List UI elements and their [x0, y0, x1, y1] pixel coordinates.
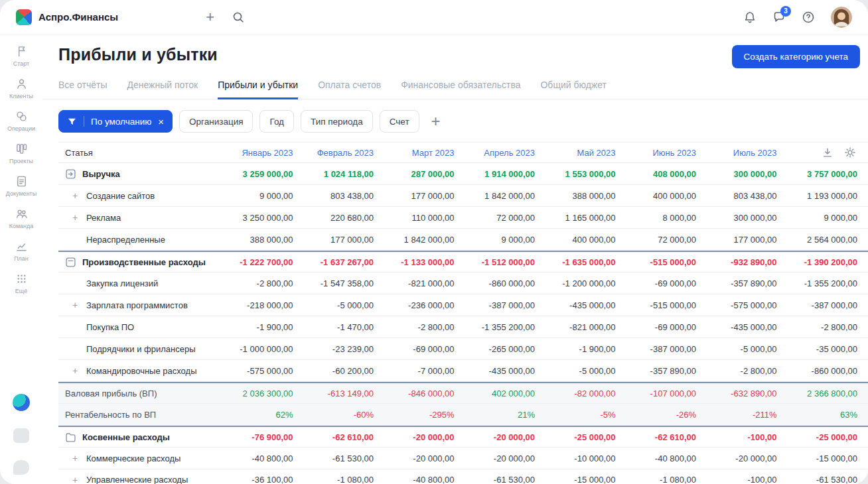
- cell-value[interactable]: -387 000,00: [465, 300, 546, 310]
- cell-value[interactable]: 1 165 000,00: [545, 213, 626, 223]
- expand-plus-icon[interactable]: +: [72, 212, 78, 223]
- cell-value[interactable]: 177 000,00: [304, 235, 385, 245]
- cell-value[interactable]: -62 610,00: [626, 432, 707, 442]
- cell-value[interactable]: 21%: [465, 410, 546, 420]
- cell-value[interactable]: 402 000,00: [465, 389, 546, 398]
- finance-app-icon[interactable]: [13, 394, 30, 411]
- cell-value[interactable]: -265 000,00: [465, 344, 546, 354]
- cell-value[interactable]: 63%: [788, 410, 868, 420]
- cell-value[interactable]: -20 000,00: [707, 454, 788, 463]
- row-label[interactable]: +Создание сайтов: [58, 191, 223, 201]
- filter-preset-chip[interactable]: По умолчанию ×: [58, 110, 173, 133]
- cell-value[interactable]: -107 000,00: [626, 389, 707, 398]
- cell-value[interactable]: -7 000,00: [384, 366, 465, 376]
- cell-value[interactable]: 803 438,00: [304, 191, 385, 201]
- cell-value[interactable]: -515 000,00: [626, 300, 707, 310]
- cell-value[interactable]: 1 914 000,00: [465, 169, 546, 179]
- search-icon[interactable]: [232, 11, 245, 24]
- cell-value[interactable]: -575 000,00: [223, 366, 304, 376]
- row-label[interactable]: Нераспределенные: [58, 235, 223, 245]
- cell-value[interactable]: -61 530,00: [788, 475, 868, 484]
- filter-chip[interactable]: Организация: [179, 110, 253, 133]
- cell-value[interactable]: -60 200,00: [304, 366, 385, 376]
- cell-value[interactable]: 1 024 118,00: [304, 169, 385, 179]
- cell-value[interactable]: -60%: [304, 410, 385, 420]
- cell-value[interactable]: -295%: [384, 410, 465, 420]
- tab-оплата-счетов[interactable]: Оплата счетов: [318, 74, 381, 99]
- cell-value[interactable]: 9 000,00: [223, 191, 304, 201]
- create-category-button[interactable]: Создать категорию учета: [732, 45, 860, 68]
- cell-value[interactable]: -82 000,00: [545, 389, 626, 398]
- cell-value[interactable]: -435 000,00: [545, 300, 626, 310]
- cell-value[interactable]: -15 000,00: [545, 475, 626, 484]
- cell-value[interactable]: -1 635 000,00: [545, 257, 626, 267]
- cell-value[interactable]: 220 680,00: [304, 213, 385, 223]
- column-header-month[interactable]: Май 2023: [545, 148, 626, 158]
- cell-value[interactable]: 1 553 000,00: [545, 169, 626, 179]
- cell-value[interactable]: -1 390 200,00: [788, 257, 868, 267]
- cell-value[interactable]: -821 000,00: [384, 278, 465, 288]
- column-header-month[interactable]: Январь 2023: [223, 148, 304, 158]
- cell-value[interactable]: -1 512 000,00: [465, 257, 546, 267]
- cell-value[interactable]: -69 000,00: [626, 322, 707, 332]
- expand-plus-icon[interactable]: +: [72, 300, 78, 310]
- cell-value[interactable]: -860 000,00: [465, 278, 546, 288]
- sidebar-item-team[interactable]: Команда: [0, 202, 42, 235]
- row-label[interactable]: Рентабельность по ВП: [58, 410, 223, 420]
- cell-value[interactable]: -35 000,00: [788, 344, 868, 354]
- row-label[interactable]: Производственные расходы: [58, 257, 223, 268]
- cell-value[interactable]: -932 890,00: [707, 257, 788, 267]
- cell-value[interactable]: 3 757 000,00: [788, 169, 868, 179]
- row-label[interactable]: +Командировочные расходы: [58, 366, 223, 376]
- cell-value[interactable]: 287 000,00: [384, 169, 465, 179]
- cell-value[interactable]: -2 800,00: [223, 278, 304, 288]
- cell-value[interactable]: -613 149,00: [304, 389, 385, 398]
- cell-value[interactable]: -1 080,00: [626, 475, 707, 484]
- cell-value[interactable]: -1 200 000,00: [545, 278, 626, 288]
- cell-value[interactable]: -61 530,00: [304, 454, 385, 463]
- expand-plus-icon[interactable]: +: [72, 453, 78, 463]
- row-label[interactable]: Закупка лицензий: [58, 278, 223, 288]
- cell-value[interactable]: -61 530,00: [465, 475, 546, 484]
- cell-value[interactable]: 177 000,00: [707, 235, 788, 245]
- cell-value[interactable]: 9 000,00: [788, 213, 868, 223]
- row-label[interactable]: Косвенные расходы: [58, 432, 223, 443]
- cell-value[interactable]: -25 000,00: [545, 432, 626, 442]
- filter-chip[interactable]: Тип периода: [301, 110, 373, 133]
- filter-preset-close-icon[interactable]: ×: [158, 116, 164, 127]
- cell-value[interactable]: -100,00: [707, 432, 788, 442]
- row-label[interactable]: Выручка: [58, 168, 223, 180]
- tab-общий-бюджет[interactable]: Общий бюджет: [540, 74, 606, 99]
- tab-прибыли-и-убытки[interactable]: Прибыли и убытки: [218, 74, 298, 99]
- cell-value[interactable]: -69 000,00: [384, 344, 465, 354]
- column-header-month[interactable]: Июль 2023: [707, 148, 788, 158]
- global-add-icon[interactable]: +: [206, 10, 214, 25]
- cell-value[interactable]: -1 355 200,00: [788, 278, 868, 288]
- cell-value[interactable]: -23 239,00: [304, 344, 385, 354]
- sidebar-item-more[interactable]: Ещё: [0, 267, 42, 300]
- cell-value[interactable]: 2 564 000,00: [788, 235, 868, 245]
- cell-value[interactable]: 1 193 000,00: [788, 191, 868, 201]
- column-header-article[interactable]: Статья: [58, 148, 223, 158]
- sidebar-item-start[interactable]: Старт: [0, 40, 42, 72]
- cell-value[interactable]: 408 000,00: [626, 169, 707, 179]
- cell-value[interactable]: -15 000,00: [788, 454, 868, 463]
- filter-chip[interactable]: Год: [259, 110, 294, 133]
- cell-value[interactable]: -40 800,00: [223, 454, 304, 463]
- cell-value[interactable]: -5 000,00: [545, 366, 626, 376]
- cell-value[interactable]: 9 000,00: [465, 235, 546, 245]
- cell-value[interactable]: -1 133 000,00: [384, 257, 465, 267]
- expand-plus-icon[interactable]: +: [72, 365, 78, 376]
- settings-gear-icon[interactable]: [844, 147, 856, 158]
- sidebar-item-operations[interactable]: Операции: [0, 105, 42, 137]
- row-label[interactable]: Подрядчики и фрилансеры: [58, 344, 223, 354]
- help-icon[interactable]: [802, 11, 815, 24]
- cell-value[interactable]: -821 000,00: [545, 322, 626, 332]
- cell-value[interactable]: 3 250 000,00: [223, 213, 304, 223]
- cell-value[interactable]: -5 000,00: [304, 300, 385, 310]
- cell-value[interactable]: -846 000,00: [384, 389, 465, 398]
- cell-value[interactable]: -20 000,00: [384, 454, 465, 463]
- cell-value[interactable]: -236 000,00: [384, 300, 465, 310]
- sidebar-item-documents[interactable]: Документы: [0, 170, 42, 202]
- cell-value[interactable]: 3 259 000,00: [223, 169, 304, 179]
